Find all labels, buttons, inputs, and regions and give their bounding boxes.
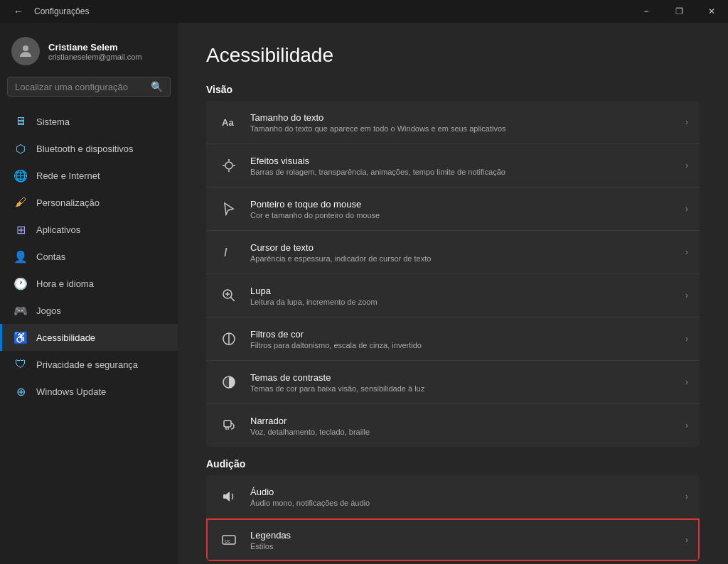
chevron-icon-efeitos-visuais: › — [685, 161, 688, 170]
sidebar-label-contas: Contas — [36, 251, 65, 262]
chevron-icon-filtros-cor: › — [685, 334, 688, 344]
sidebar-item-personaliz[interactable]: 🖌Personalização — [0, 189, 178, 216]
setting-icon-audio — [218, 485, 240, 508]
close-button[interactable]: ✕ — [695, 0, 728, 23]
chevron-icon-tamanho-texto: › — [685, 117, 688, 127]
sidebar-item-bluetooth[interactable]: ⬡Bluetooth e dispositivos — [0, 135, 178, 162]
setting-desc-legendas: Estilos — [250, 542, 675, 551]
settings-group-audicao: ÁudioÁudio mono, notificações de áudio›c… — [206, 475, 700, 561]
svg-text:I: I — [224, 246, 228, 259]
sidebar-item-jogos[interactable]: 🎮Jogos — [0, 297, 178, 324]
sidebar-item-acess[interactable]: ♿Acessibilidade — [0, 324, 178, 351]
main-layout: Cristiane Selem cristianeselem@gmail.com… — [0, 23, 728, 564]
sidebar-label-acess: Acessibilidade — [36, 332, 95, 343]
svg-rect-10 — [224, 421, 231, 427]
setting-text-cursor-texto: Cursor de textoAparência e espessura, in… — [250, 242, 675, 263]
section-audicao: AudiçãoÁudioÁudio mono, notificações de … — [206, 458, 700, 561]
setting-desc-audio: Áudio mono, notificações de áudio — [250, 499, 675, 507]
setting-title-temas-contraste: Temas de contraste — [250, 372, 675, 383]
setting-desc-tamanho-texto: Tamanho do texto que aparece em todo o W… — [250, 124, 675, 133]
setting-item-tamanho-texto[interactable]: AaTamanho do textoTamanho do texto que a… — [206, 101, 700, 144]
chevron-icon-audio: › — [685, 492, 688, 501]
content: Acessibilidade VisãoAaTamanho do textoTa… — [178, 23, 728, 564]
setting-item-audio[interactable]: ÁudioÁudio mono, notificações de áudio› — [206, 475, 700, 519]
maximize-button[interactable]: ❐ — [663, 0, 695, 23]
chevron-icon-temas-contraste: › — [685, 377, 688, 387]
titlebar-title: Configurações — [34, 6, 89, 16]
setting-title-ponteiro-mouse: Ponteiro e toque do mouse — [250, 199, 675, 210]
sidebar-label-jogos: Jogos — [36, 305, 61, 316]
setting-item-efeitos-visuais[interactable]: Efeitos visuaisBarras de rolagem, transp… — [206, 144, 700, 188]
sidebar-item-hora[interactable]: 🕐Hora e idioma — [0, 270, 178, 297]
setting-icon-narrador — [218, 414, 240, 437]
setting-text-temas-contraste: Temas de contrasteTemas de cor para baix… — [250, 372, 675, 393]
sidebar-item-sistema[interactable]: 🖥Sistema — [0, 108, 178, 135]
setting-desc-filtros-cor: Filtros para daltonismo, escala de cinza… — [250, 341, 675, 349]
icon-sistema: 🖥 — [14, 114, 28, 129]
svg-point-2 — [225, 162, 232, 169]
icon-bluetooth: ⬡ — [14, 141, 28, 156]
setting-item-narrador[interactable]: NarradorVoz, detalhamento, teclado, brai… — [206, 404, 700, 447]
setting-item-legendas[interactable]: ccLegendasEstilos› — [206, 519, 700, 561]
search-icon: 🔍 — [151, 81, 163, 92]
section-label-audicao: Audição — [206, 458, 700, 470]
setting-title-legendas: Legendas — [250, 530, 675, 541]
setting-icon-legendas: cc — [218, 528, 240, 551]
svg-line-5 — [231, 298, 235, 302]
setting-desc-lupa: Leitura da lupa, incremento de zoom — [250, 298, 675, 306]
setting-text-narrador: NarradorVoz, detalhamento, teclado, brai… — [250, 416, 675, 436]
setting-icon-cursor-texto: I — [218, 241, 240, 264]
sidebar-label-priv: Privacidade e segurança — [36, 359, 138, 370]
svg-text:cc: cc — [225, 538, 230, 544]
settings-group-visao: AaTamanho do textoTamanho do texto que a… — [206, 101, 700, 447]
setting-item-cursor-texto[interactable]: ICursor de textoAparência e espessura, i… — [206, 231, 700, 274]
chevron-icon-legendas: › — [685, 535, 688, 545]
svg-rect-11 — [223, 494, 226, 499]
sidebar-label-apps: Aplicativos — [36, 224, 80, 235]
user-name: Cristiane Selem — [48, 42, 142, 53]
setting-title-efeitos-visuais: Efeitos visuais — [250, 156, 675, 166]
sidebar-label-rede: Rede e Internet — [36, 170, 100, 181]
setting-desc-ponteiro-mouse: Cor e tamanho do ponteiro do mouse — [250, 211, 675, 219]
sidebar-label-update: Windows Update — [36, 386, 106, 397]
section-label-visao: Visão — [206, 84, 700, 95]
titlebar-controls: − ❐ ✕ — [630, 0, 728, 23]
sidebar-label-hora: Hora e idioma — [36, 278, 94, 289]
sections-container: VisãoAaTamanho do textoTamanho do texto … — [206, 84, 700, 561]
user-section: Cristiane Selem cristianeselem@gmail.com — [0, 28, 178, 77]
setting-text-filtros-cor: Filtros de corFiltros para daltonismo, e… — [250, 329, 675, 349]
svg-point-0 — [23, 45, 28, 51]
search-input[interactable] — [15, 82, 145, 92]
section-visao: VisãoAaTamanho do textoTamanho do texto … — [206, 84, 700, 447]
setting-title-lupa: Lupa — [250, 286, 675, 296]
chevron-icon-ponteiro-mouse: › — [685, 204, 688, 214]
setting-title-filtros-cor: Filtros de cor — [250, 329, 675, 340]
sidebar-label-personaliz: Personalização — [36, 197, 100, 208]
svg-text:Aa: Aa — [222, 117, 234, 128]
back-button[interactable]: ← — [9, 1, 28, 21]
setting-title-audio: Áudio — [250, 487, 675, 497]
sidebar-item-apps[interactable]: ⊞Aplicativos — [0, 216, 178, 243]
sidebar-item-priv[interactable]: 🛡Privacidade e segurança — [0, 351, 178, 378]
search-box[interactable]: 🔍 — [7, 77, 171, 97]
avatar — [11, 37, 40, 65]
sidebar-item-contas[interactable]: 👤Contas — [0, 243, 178, 270]
setting-text-ponteiro-mouse: Ponteiro e toque do mouseCor e tamanho d… — [250, 199, 675, 219]
setting-title-cursor-texto: Cursor de texto — [250, 242, 675, 253]
nav-list: 🖥Sistema⬡Bluetooth e dispositivos🌐Rede e… — [0, 108, 178, 405]
setting-item-temas-contraste[interactable]: Temas de contrasteTemas de cor para baix… — [206, 361, 700, 404]
setting-text-lupa: LupaLeitura da lupa, incremento de zoom — [250, 286, 675, 306]
minimize-button[interactable]: − — [630, 0, 663, 23]
sidebar-item-rede[interactable]: 🌐Rede e Internet — [0, 162, 178, 189]
titlebar: ← Configurações − ❐ ✕ — [0, 0, 728, 23]
setting-icon-temas-contraste — [218, 371, 240, 394]
setting-item-filtros-cor[interactable]: Filtros de corFiltros para daltonismo, e… — [206, 318, 700, 361]
sidebar-item-update[interactable]: ⊕Windows Update — [0, 378, 178, 405]
icon-hora: 🕐 — [14, 276, 28, 291]
setting-desc-temas-contraste: Temas de cor para baixa visão, sensibili… — [250, 384, 675, 393]
icon-contas: 👤 — [14, 249, 28, 264]
setting-icon-filtros-cor — [218, 327, 240, 350]
setting-item-ponteiro-mouse[interactable]: Ponteiro e toque do mouseCor e tamanho d… — [206, 188, 700, 231]
setting-item-lupa[interactable]: LupaLeitura da lupa, incremento de zoom› — [206, 274, 700, 318]
setting-desc-narrador: Voz, detalhamento, teclado, braille — [250, 428, 675, 436]
